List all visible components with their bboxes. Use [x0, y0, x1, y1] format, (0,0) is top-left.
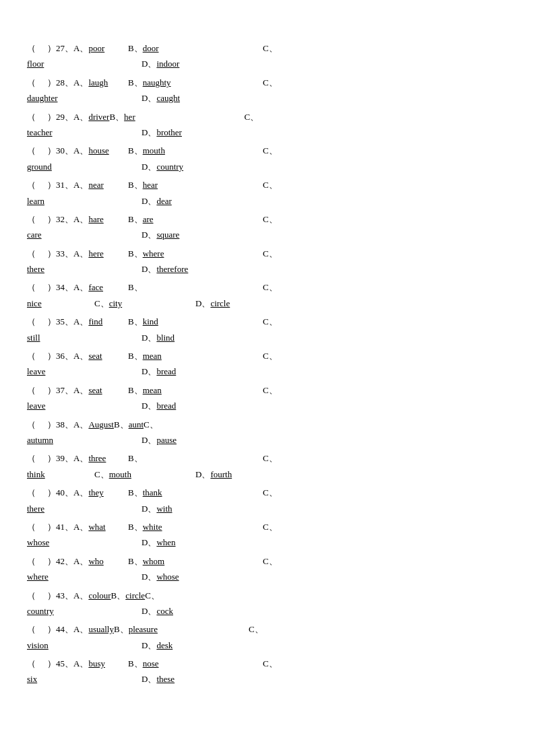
q39-close: ）39、A、three [47, 450, 128, 466]
q32-line2: care D、square [27, 227, 508, 242]
q40-close: ）40、A、they [47, 485, 128, 500]
q37-open: （ [27, 382, 47, 398]
question-31: （ ）31、A、near B、hear C、 learn D、dear [27, 177, 508, 209]
q31-open: （ [27, 177, 47, 193]
q36-d: D、bread [141, 364, 176, 379]
q28-c-word: daughter [27, 90, 141, 106]
q41-open: （ [27, 519, 47, 535]
q28-close: ）28、A、laugh [47, 75, 128, 90]
q37-d: D、bread [141, 398, 176, 413]
question-39: （ ）39、A、three B、 C、 think C、mouth D、four… [27, 450, 508, 482]
q37-c-label: C、 [263, 382, 278, 398]
q39-c-label: C、 [263, 450, 278, 466]
q33-c-label: C、 [263, 246, 278, 261]
q37-line2: leave D、bread [27, 398, 508, 413]
q32-b: B、are [128, 211, 263, 227]
q32-d: D、square [141, 227, 179, 242]
question-32: （ ）32、A、hare B、are C、 care D、square [27, 211, 508, 243]
q32-open: （ [27, 211, 47, 227]
q27-d: D、indoor [141, 56, 179, 71]
q40-line2: there D、with [27, 501, 508, 516]
q35-line2: still D、blind [27, 330, 508, 345]
q27-c-label: C、 [263, 40, 278, 56]
q42-close: ）42、A、who [47, 553, 128, 569]
q34-c2: C、city [94, 296, 195, 311]
q43-open: （ [27, 588, 47, 603]
q27-line1: （ ）27、A、poor B、door C、 [27, 40, 508, 56]
question-27: （ ）27、A、poor B、door C、 floor D、indoor [27, 40, 508, 72]
q43-line1: （ ）43、A、colour B、circle C、 [27, 588, 508, 603]
q40-b: B、thank [128, 485, 263, 500]
q43-c-label: C、 [145, 588, 160, 603]
question-40: （ ）40、A、they B、thank C、 there D、with [27, 485, 508, 516]
q44-line2: vision D、desk [27, 638, 508, 653]
q42-b: B、whom [128, 553, 263, 569]
q45-c-word: six [27, 671, 141, 687]
q31-c-word: learn [27, 193, 141, 209]
question-34: （ ）34、A、face B、 C、 nice C、city D、circle [27, 279, 508, 311]
q41-line2: whose D、when [27, 535, 508, 550]
question-29: （ ）29、A、driver B、her C、 teacher D、brothe… [27, 109, 508, 141]
q31-close: ）31、A、near [47, 177, 128, 193]
q45-b: B、nose [128, 656, 263, 671]
q37-close: ）37、A、seat [47, 382, 128, 398]
q32-close: ）32、A、hare [47, 211, 128, 227]
question-33: （ ）33、A、here B、where C、 there D、therefor… [27, 246, 508, 277]
q34-close: ）34、A、face [47, 279, 128, 295]
q34-c-word: nice [27, 296, 94, 311]
q29-close: ）29、A、driver [47, 109, 109, 125]
q28-open: （ [27, 75, 47, 90]
q39-d: D、fourth [195, 467, 296, 482]
q38-d: D、pause [141, 432, 177, 448]
q44-open: （ [27, 621, 47, 637]
q42-c-label: C、 [263, 553, 278, 569]
q33-d: D、therefore [141, 261, 188, 277]
q32-c-label: C、 [263, 211, 278, 227]
q29-c-label: C、 [244, 109, 259, 125]
q28-b: B、naughty [128, 75, 263, 90]
q36-c-label: C、 [263, 348, 278, 364]
question-44: （ ）44、A、usually B、pleasure C、 vision D、d… [27, 621, 508, 653]
q35-c-word: still [27, 330, 141, 345]
q27-c-word: floor [27, 56, 141, 71]
q34-c-label: C、 [263, 279, 278, 295]
q36-close: ）36、A、seat [47, 348, 128, 364]
q39-c2: C、mouth [94, 467, 195, 482]
question-30: （ ）30、A、house B、mouth C、 ground D、countr… [27, 143, 508, 174]
q31-d: D、dear [141, 193, 172, 209]
q30-b: B、mouth [128, 143, 263, 158]
question-35: （ ）35、A、find B、kind C、 still D、blind [27, 314, 508, 345]
q43-c-word: country [27, 603, 141, 619]
q29-b: B、her [109, 109, 244, 125]
q45-close: ）45、A、busy [47, 656, 128, 671]
q36-c-word: leave [27, 364, 141, 379]
q36-line2: leave D、bread [27, 364, 508, 379]
q43-close: ）43、A、colour [47, 588, 111, 603]
q33-line2: there D、therefore [27, 261, 508, 277]
q29-open: （ [27, 109, 47, 125]
q28-d: D、caught [141, 90, 180, 106]
q41-c-label: C、 [263, 519, 278, 535]
q30-c-word: ground [27, 159, 141, 174]
q44-b: B、pleasure [114, 621, 249, 637]
q40-c-word: there [27, 501, 141, 516]
q40-open: （ [27, 485, 47, 500]
q39-b: B、 [128, 450, 263, 466]
q38-line2: autumn D、pause [27, 432, 508, 448]
q30-open: （ [27, 143, 47, 158]
q45-c-label: C、 [263, 656, 278, 671]
q39-c-word: think [27, 467, 94, 482]
q33-close: ）33、A、here [47, 246, 128, 261]
q41-close: ）41、A、what [47, 519, 128, 535]
question-38: （ ）38、A、August B、aunt C、 autumn D、pause [27, 417, 508, 448]
q41-c-word: whose [27, 535, 141, 550]
q41-line1: （ ）41、A、what B、white C、 [27, 519, 508, 535]
q37-line1: （ ）37、A、seat B、mean C、 [27, 382, 508, 398]
q31-line2: learn D、dear [27, 193, 508, 209]
q39-open: （ [27, 450, 47, 466]
q40-line1: （ ）40、A、they B、thank C、 [27, 485, 508, 500]
q32-c-word: care [27, 227, 141, 242]
q34-line2: nice C、city D、circle [27, 296, 508, 311]
q44-c-word: vision [27, 638, 141, 653]
q33-line1: （ ）33、A、here B、where C、 [27, 246, 508, 261]
